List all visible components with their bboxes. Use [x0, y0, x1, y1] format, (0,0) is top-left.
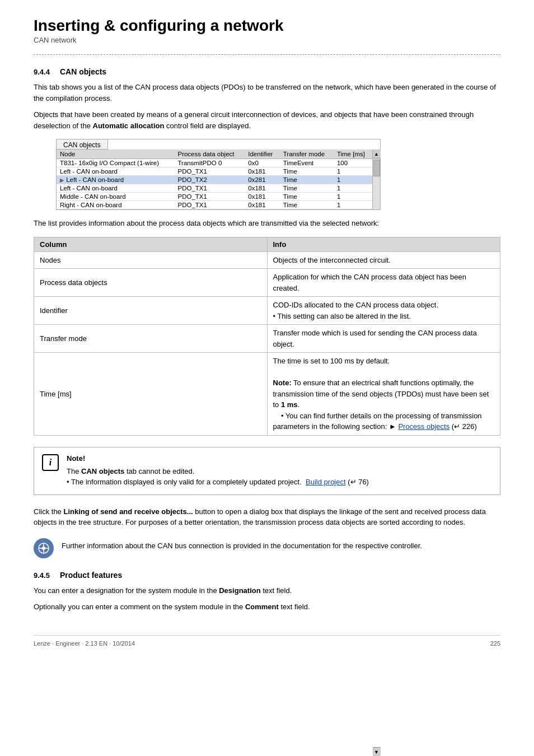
can-bus-svg — [38, 542, 50, 554]
info-row-value: The time is set to 100 ms by default.Not… — [267, 353, 500, 436]
col-transfer-mode: Transfer mode — [280, 150, 334, 159]
section-945-number: 9.4.5 — [34, 571, 50, 580]
note-line1: The CAN objects tab cannot be edited. — [67, 467, 194, 475]
can-objects-table: Node Process data object Identifier Tran… — [57, 150, 372, 209]
table-row[interactable]: Left - CAN on-boardPDO_TX10x181Time1 — [57, 184, 372, 193]
info-table-col-header: Info — [267, 237, 500, 251]
info-table-col-header: Column — [34, 237, 268, 251]
build-project-ref: (↵ 76) — [348, 478, 369, 486]
table-cell: Time — [280, 201, 334, 209]
scroll-down-arrow[interactable]: ▼ — [373, 747, 381, 756]
info-icon-box: Further information about the CAN bus co… — [34, 538, 500, 558]
info-table-row: Time [ms]The time is set to 100 ms by de… — [34, 353, 500, 436]
table-cell: Time — [280, 167, 334, 176]
table-cell: 0x181 — [245, 184, 279, 193]
table-cell: 0x281 — [245, 176, 279, 184]
can-table-wrapper: Node Process data object Identifier Tran… — [57, 150, 372, 209]
section-944-title: CAN objects — [60, 67, 106, 76]
info-row-value: Objects of the interconnected circuit. — [267, 251, 500, 269]
section-divider — [34, 54, 500, 55]
info-table-body: ColumnInfoNodesObjects of the interconne… — [34, 237, 500, 435]
table-cell: TransmitPDO 0 — [174, 159, 245, 167]
table-row[interactable]: Middle - CAN on-boardPDO_TX10x181Time1 — [57, 193, 372, 201]
note-title: Note! — [67, 454, 492, 463]
note-box: i Note! The CAN objects tab cannot be ed… — [34, 447, 500, 495]
section-945-para2: Optionally you can enter a comment on th… — [34, 601, 500, 613]
can-table-body: T831- 16x0ig I/O Compact (1-wire)Transmi… — [57, 159, 372, 209]
can-table-scrollbar[interactable]: ▲ ▼ — [372, 150, 380, 209]
info-row-label: Time [ms] — [34, 353, 268, 436]
col-time: Time [ms] — [334, 150, 372, 159]
table-cell: ▶ Left - CAN on-board — [57, 176, 174, 184]
table-row[interactable]: T831- 16x0ig I/O Compact (1-wire)Transmi… — [57, 159, 372, 167]
info-table-row: NodesObjects of the interconnected circu… — [34, 251, 500, 269]
page-title: Inserting & configuring a network — [34, 17, 500, 35]
table-cell: PDO_TX1 — [174, 193, 245, 201]
can-objects-widget: CAN objects Node Process data object Ide… — [56, 139, 381, 210]
auto-alloc-bold: Automatic allocation — [93, 122, 165, 130]
table-row[interactable]: Right - CAN on-boardPDO_TX10x181Time1 — [57, 201, 372, 209]
info-table-row: Transfer modeTransfer mode which is used… — [34, 325, 500, 353]
section-944-heading: 9.4.4 CAN objects — [34, 67, 500, 76]
scroll-thumb[interactable] — [373, 160, 380, 176]
footer-right: 225 — [490, 640, 500, 647]
build-project-link[interactable]: Build project — [306, 478, 346, 486]
info-row-value: COD-IDs allocated to the CAN process dat… — [267, 297, 500, 325]
info-row-value: Transfer mode which is used for sending … — [267, 325, 500, 353]
info-row-value: Application for which the CAN process da… — [267, 269, 500, 297]
col-identifier: Identifier — [245, 150, 279, 159]
table-cell: 1 — [334, 176, 372, 184]
linking-para: Click the Linking of send and receive ob… — [34, 506, 500, 528]
table-cell: 1 — [334, 184, 372, 193]
info-row-label: Process data objects — [34, 269, 268, 297]
table-cell: 0x181 — [245, 167, 279, 176]
section-945: 9.4.5 Product features You can enter a d… — [34, 571, 500, 613]
table-cell: T831- 16x0ig I/O Compact (1-wire) — [57, 159, 174, 167]
table-cell: Right - CAN on-board — [57, 201, 174, 209]
note-can-objects-bold: CAN objects — [81, 467, 124, 475]
can-table-area: Node Process data object Identifier Tran… — [57, 150, 380, 209]
table-cell: PDO_TX1 — [174, 184, 245, 193]
can-objects-tab-label[interactable]: CAN objects — [57, 139, 380, 150]
section-944: 9.4.4 CAN objects This tab shows you a l… — [34, 67, 500, 558]
info-table: ColumnInfoNodesObjects of the interconne… — [34, 237, 500, 436]
note-line2: • The information displayed is only vali… — [67, 478, 369, 486]
note-icon: i — [42, 454, 59, 471]
designation-bold: Designation — [219, 586, 260, 595]
note-text: The CAN objects tab cannot be edited. • … — [67, 466, 492, 488]
section-944-para2: Objects that have been created by means … — [34, 109, 500, 131]
section-945-para1: You can enter a designation for the syst… — [34, 585, 500, 596]
col-node: Node — [57, 150, 174, 159]
can-table-header: Node Process data object Identifier Tran… — [57, 150, 372, 159]
table-row[interactable]: Left - CAN on-boardPDO_TX10x181Time1 — [57, 167, 372, 176]
comment-bold: Comment — [245, 603, 279, 611]
info-table-row: Process data objectsApplication for whic… — [34, 269, 500, 297]
section-945-title: Product features — [60, 571, 122, 580]
info-row-label: Identifier — [34, 297, 268, 325]
table-cell: 0x0 — [245, 159, 279, 167]
section-944-number: 9.4.4 — [34, 68, 50, 76]
info-box-text: Further information about the CAN bus co… — [62, 538, 422, 552]
info-row-label: Nodes — [34, 251, 268, 269]
process-data-link[interactable]: Process objects — [398, 422, 449, 431]
table-cell: 1 — [334, 167, 372, 176]
table-cell: Time — [280, 184, 334, 193]
table-cell: 1 — [334, 193, 372, 201]
table-cell: 100 — [334, 159, 372, 167]
table-cell: 0x181 — [245, 201, 279, 209]
table-cell: Middle - CAN on-board — [57, 193, 174, 201]
table-cell: Left - CAN on-board — [57, 184, 174, 193]
scroll-up-arrow[interactable]: ▲ — [373, 150, 381, 158]
page-subtitle: CAN network — [34, 36, 500, 44]
list-intro-text: The list provides information about the … — [34, 218, 500, 229]
svg-point-1 — [42, 547, 45, 550]
section-944-para1: This tab shows you a list of the CAN pro… — [34, 82, 500, 104]
can-table-header-row: Node Process data object Identifier Tran… — [57, 150, 372, 159]
section-945-heading: 9.4.5 Product features — [34, 571, 500, 580]
table-row[interactable]: ▶ Left - CAN on-boardPDO_TX20x281Time1 — [57, 176, 372, 184]
table-cell: 0x181 — [245, 193, 279, 201]
info-table-header-row: ColumnInfo — [34, 237, 500, 251]
info-row-label: Transfer mode — [34, 325, 268, 353]
page-footer: Lenze · Engineer · 2.13 EN · 10/2014 225 — [34, 635, 500, 647]
table-cell: PDO_TX1 — [174, 201, 245, 209]
